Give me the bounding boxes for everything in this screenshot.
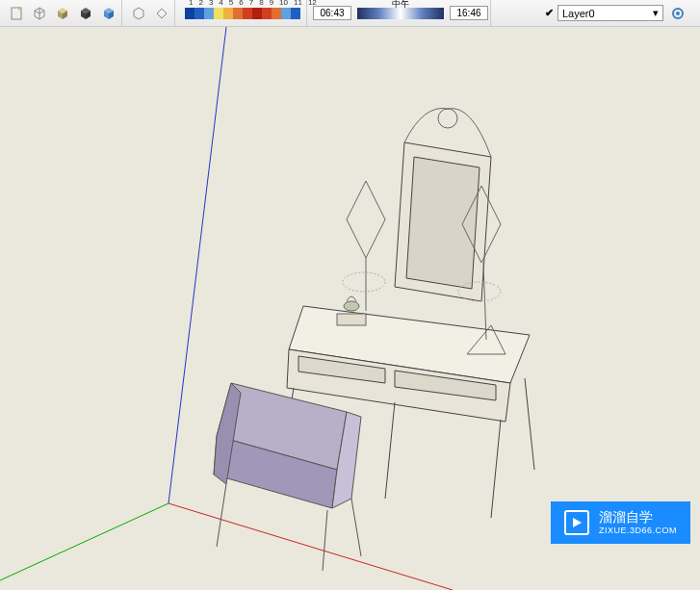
time-end: 16:46 bbox=[450, 6, 488, 20]
lamp-left bbox=[343, 181, 385, 311]
tick-8: 8 bbox=[259, 0, 263, 7]
chevron-down-icon: ▾ bbox=[653, 7, 659, 19]
time-start: 06:43 bbox=[313, 6, 351, 20]
svg-line-5 bbox=[385, 402, 395, 499]
svg-point-2 bbox=[676, 12, 680, 15]
svg-line-6 bbox=[525, 378, 534, 470]
tick-9: 9 bbox=[270, 0, 273, 7]
svg-line-16 bbox=[351, 499, 361, 556]
watermark: 溜溜自学 ZIXUE.3D66.COM bbox=[551, 501, 690, 544]
play-icon bbox=[564, 510, 589, 535]
x-axis bbox=[169, 503, 453, 590]
svg-point-9 bbox=[343, 272, 385, 292]
svg-point-13 bbox=[344, 301, 359, 311]
hex-icon[interactable] bbox=[128, 3, 149, 24]
layer-settings-icon[interactable] bbox=[667, 3, 688, 24]
tick-11: 11 bbox=[294, 0, 302, 7]
month-gradient[interactable]: 1 2 3 4 5 6 7 8 9 10 11 12 bbox=[185, 5, 300, 22]
layer-name: Layer0 bbox=[562, 8, 595, 19]
svg-line-14 bbox=[217, 484, 226, 547]
time-group: 06:43 中午 16:46 bbox=[311, 0, 491, 26]
cube-blue-icon[interactable] bbox=[98, 3, 119, 24]
tick-1: 1 bbox=[189, 0, 193, 7]
cube-dark-icon[interactable] bbox=[75, 3, 96, 24]
cube-shaded-icon[interactable] bbox=[52, 3, 73, 24]
layer-dropdown[interactable]: Layer0 ▾ bbox=[557, 5, 663, 21]
page-icon[interactable] bbox=[6, 3, 27, 24]
gradient-scale-group: 1 2 3 4 5 6 7 8 9 10 11 12 bbox=[179, 0, 307, 26]
watermark-sub: ZIXUE.3D66.COM bbox=[599, 526, 677, 536]
svg-point-7 bbox=[438, 109, 457, 128]
diamond-icon[interactable] bbox=[151, 3, 172, 24]
tick-12: 12 bbox=[308, 0, 317, 7]
tick-5: 5 bbox=[229, 0, 233, 7]
svg-line-15 bbox=[323, 510, 327, 571]
chair bbox=[214, 383, 361, 571]
3d-viewport[interactable]: 溜溜自学 ZIXUE.3D66.COM bbox=[0, 27, 700, 590]
tool-group-2 bbox=[126, 0, 175, 26]
tick-3: 3 bbox=[209, 0, 213, 7]
tick-7: 7 bbox=[249, 0, 253, 7]
tick-10: 10 bbox=[279, 0, 288, 7]
y-axis bbox=[0, 503, 169, 580]
layer-visible-icon[interactable]: ✔ bbox=[545, 7, 554, 19]
tick-4: 4 bbox=[219, 0, 222, 7]
svg-rect-12 bbox=[337, 314, 366, 325]
watermark-title: 溜溜自学 bbox=[599, 509, 677, 526]
time-gradient[interactable]: 中午 bbox=[357, 8, 444, 19]
time-mid-label: 中午 bbox=[357, 0, 444, 11]
svg-line-4 bbox=[491, 420, 501, 518]
cube-outline-icon[interactable] bbox=[29, 3, 50, 24]
tick-2: 2 bbox=[198, 0, 202, 7]
tool-group-shapes bbox=[4, 0, 122, 26]
tick-6: 6 bbox=[239, 0, 243, 7]
main-toolbar: 1 2 3 4 5 6 7 8 9 10 11 12 06:43 中午 16: bbox=[0, 0, 700, 27]
layer-controls: ✔ Layer0 ▾ bbox=[545, 3, 688, 24]
mirror bbox=[395, 108, 491, 301]
